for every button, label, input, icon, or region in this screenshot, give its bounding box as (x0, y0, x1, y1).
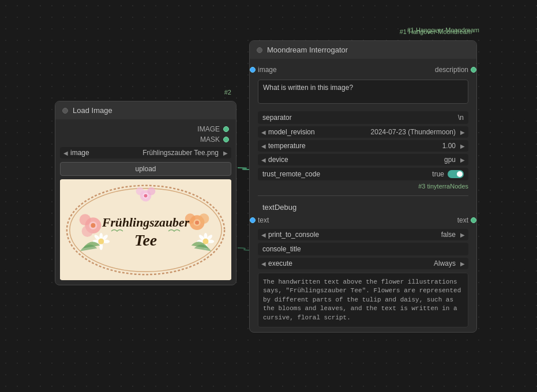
trust-remote-code-label: trust_remote_code (262, 170, 432, 178)
model-revision-label: model_revision (268, 128, 371, 136)
preview-svg: Frühlingszauber Tee (60, 179, 231, 280)
trust-remote-code-row: trust_remote_code true (258, 168, 468, 180)
mask-output-label: MASK (200, 135, 220, 144)
model-revision-arrow-right: ▶ (460, 129, 465, 135)
load-image-node: #2 Load Image IMAGE MASK ◀ image Frühlin… (55, 101, 236, 285)
node-id-2: #2 (224, 89, 231, 96)
trust-remote-code-toggle[interactable] (448, 170, 464, 178)
separator-label: separator (262, 114, 458, 122)
description-output-label: description (435, 66, 468, 74)
svg-point-30 (136, 187, 144, 195)
execute-label: execute (268, 259, 434, 267)
load-image-title: Load Image (73, 106, 229, 115)
mask-output-row: MASK (60, 134, 231, 145)
svg-text:Tee: Tee (134, 231, 157, 249)
image-param-value: Frühlingszauber Tee.png (142, 149, 219, 157)
print-to-console-arrow-left: ◀ (261, 232, 266, 238)
device-row[interactable]: ◀ device gpu ▶ (258, 154, 468, 165)
device-value: gpu (444, 156, 456, 164)
trust-remote-code-value: true (432, 170, 444, 178)
print-to-console-arrow-right: ▶ (460, 232, 465, 238)
moondream-title: Moondream Interrogator (267, 46, 470, 54)
image-output-label: IMAGE (197, 125, 220, 133)
image-input-connector (250, 67, 256, 73)
device-label: device (268, 156, 444, 164)
temperature-arrow-right: ▶ (460, 143, 465, 149)
image-output-connector (223, 126, 229, 132)
node-id-3: #3 tinyterraNodes (258, 183, 468, 190)
image-param-label: image (70, 149, 142, 157)
moondream-header: Moondream Interrogator (250, 41, 476, 59)
svg-point-15 (98, 239, 104, 244)
execute-arrow-left: ◀ (261, 261, 266, 267)
text-debug-title: textDebug (262, 203, 296, 212)
image-arrow-left: ◀ (63, 150, 68, 156)
svg-point-20 (195, 221, 199, 225)
svg-point-4 (80, 214, 91, 225)
load-image-header: Load Image (55, 101, 236, 119)
text-output-connector (471, 217, 476, 223)
device-arrow-right: ▶ (460, 157, 465, 163)
print-to-console-row[interactable]: ◀ print_to_console false ▶ (258, 229, 468, 240)
model-revision-value: 2024-07-23 (Thundermoon) (371, 128, 456, 136)
status-dot (62, 108, 68, 114)
text-io-row: text text (258, 214, 468, 227)
mask-output-connector (223, 137, 229, 142)
model-revision-arrow-left: ◀ (261, 129, 266, 135)
execute-value: Always (434, 259, 456, 267)
print-to-console-value: false (441, 231, 456, 239)
temperature-row[interactable]: ◀ temperature 1.00 ▶ (258, 140, 468, 152)
prompt-textarea[interactable] (258, 80, 468, 104)
output-text: The handwritten text above the flower il… (258, 273, 468, 327)
temperature-arrow-left: ◀ (261, 143, 266, 149)
image-input-label: image (258, 66, 435, 74)
svg-point-31 (147, 187, 155, 195)
separator-value: \n (458, 114, 464, 122)
image-output-row: IMAGE (60, 124, 231, 134)
image-preview: Frühlingszauber Tee (60, 179, 231, 280)
console-title-label: console_title (262, 245, 464, 253)
execute-row[interactable]: ◀ execute Always ▶ (258, 258, 468, 269)
svg-point-7 (91, 223, 95, 228)
text-debug-header: textDebug (258, 201, 468, 214)
upload-button[interactable]: upload (60, 162, 231, 176)
svg-text:Frühlingszauber: Frühlingszauber (102, 216, 190, 229)
text-input-connector (250, 217, 256, 223)
separator-row: separator \n (258, 111, 468, 124)
image-arrow-right: ▶ (223, 150, 228, 156)
text-debug-section: textDebug text text ◀ print_to_console f… (258, 195, 468, 327)
moondream-status-dot (257, 47, 262, 53)
description-output-connector (471, 67, 476, 73)
text-output-label: text (457, 216, 468, 224)
moondream-node: #1 Hangover-Moondream Moondream Interrog… (249, 40, 477, 333)
svg-point-33 (144, 194, 148, 198)
execute-arrow-right: ▶ (460, 261, 465, 267)
temperature-value: 1.00 (442, 142, 456, 150)
text-input-label: text (258, 216, 457, 224)
console-title-row: console_title (258, 243, 468, 255)
temperature-label: temperature (268, 142, 442, 150)
node-id-hangover: #1 Hangover-Moondream (400, 28, 472, 35)
image-param-row[interactable]: ◀ image Frühlingszauber Tee.png ▶ (60, 147, 231, 159)
print-to-console-label: print_to_console (268, 231, 441, 239)
image-io-row: image description (258, 63, 468, 76)
model-revision-row[interactable]: ◀ model_revision 2024-07-23 (Thundermoon… (258, 126, 468, 138)
device-arrow-left: ◀ (261, 157, 266, 163)
